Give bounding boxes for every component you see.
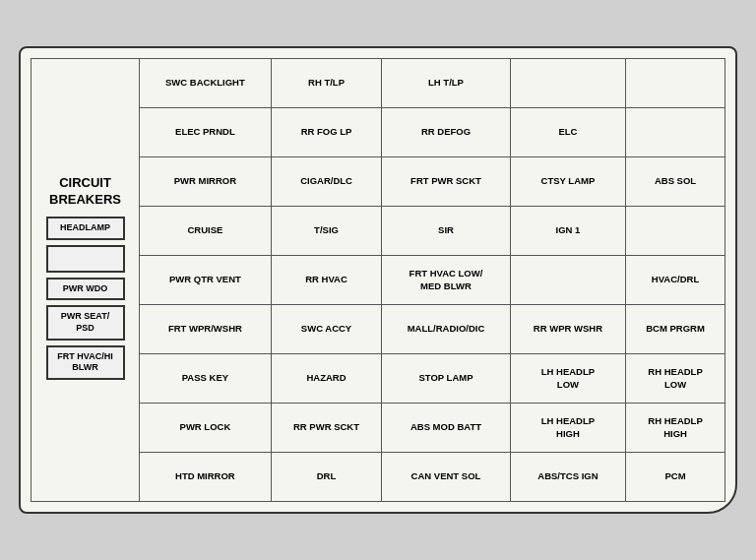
cell-cigar-dlc: CIGAR/DLC (271, 157, 381, 207)
cell-pcm: PCM (626, 453, 725, 502)
cell-pwr-lock: PWR LOCK (140, 404, 272, 453)
cell-pass-key: PASS KEY (140, 354, 272, 404)
fuse-box-pwr-wdo: PWR WDO (46, 278, 125, 301)
diagram-container: CIRCUIT BREAKERS HEADLAMP PWR WDO PWR SE… (19, 46, 737, 514)
cell-rr-fog-lp: RR FOG LP (271, 108, 381, 157)
cell-cruise: CRUISE (140, 207, 272, 256)
cell-abs-mod-batt: ABS MOD BATT (382, 404, 511, 453)
cell-empty-3 (626, 108, 725, 157)
cell-rh-headlp-high: RH HEADLPHIGH (626, 404, 725, 453)
cell-empty-5 (510, 256, 625, 305)
cell-frt-wpr-wshr: FRT WPR/WSHR (140, 305, 272, 354)
cell-rh-headlp-low: RH HEADLPLOW (626, 354, 725, 404)
cell-ign1: IGN 1 (510, 207, 625, 256)
circuit-breaker-table: CIRCUIT BREAKERS HEADLAMP PWR WDO PWR SE… (31, 58, 725, 502)
cell-drl: DRL (271, 453, 381, 502)
cell-hazard: HAZARD (271, 354, 381, 404)
cell-tsig: T/SIG (271, 207, 381, 256)
cell-lh-headlp-low: LH HEADLPLOW (510, 354, 625, 404)
cb-title: CIRCUIT BREAKERS (33, 175, 137, 209)
cell-can-vent-sol: CAN VENT SOL (382, 453, 511, 502)
cell-elc: ELC (510, 108, 625, 157)
cell-lh-tlp: LH T/LP (382, 59, 511, 108)
cell-lh-headlp-high: LH HEADLPHIGH (510, 404, 625, 453)
cell-mall-radio-dic: MALL/RADIO/DIC (382, 305, 511, 354)
cell-swc-accy: SWC ACCY (271, 305, 381, 354)
cell-abs-sol: ABS SOL (626, 157, 725, 207)
cell-frt-pwr-sckt: FRT PWR SCKT (382, 157, 511, 207)
cell-hvac-drl: HVAC/DRL (626, 256, 725, 305)
cell-bcm-prgrm: BCM PRGRM (626, 305, 725, 354)
cell-rh-tlp: RH T/LP (271, 59, 381, 108)
cell-rr-hvac: RR HVAC (271, 256, 381, 305)
cell-ctsy-lamp: CTSY LAMP (510, 157, 625, 207)
cell-rr-pwr-sckt: RR PWR SCKT (271, 404, 381, 453)
cell-swc-backlight: SWC BACKLIGHT (140, 59, 272, 108)
cell-htd-mirror: HTD MIRROR (140, 453, 272, 502)
cell-empty-2 (626, 59, 725, 108)
fuse-box-frt-hvac: FRT HVAC/HIBLWR (46, 345, 125, 380)
cell-pwr-qtr-vent: PWR QTR VENT (140, 256, 272, 305)
cell-frt-hvac-low: FRT HVAC LOW/MED BLWR (382, 256, 511, 305)
cell-abs-tcs-ign: ABS/TCS IGN (510, 453, 625, 502)
cell-elec-prndl: ELEC PRNDL (140, 108, 272, 157)
cell-rr-defog: RR DEFOG (382, 108, 511, 157)
circuit-breakers-header: CIRCUIT BREAKERS HEADLAMP PWR WDO PWR SE… (32, 59, 140, 502)
cell-empty-1 (510, 59, 625, 108)
cell-stop-lamp: STOP LAMP (382, 354, 511, 404)
fuse-box-pwr-seat: PWR SEAT/PSD (46, 305, 125, 340)
cell-empty-4 (626, 207, 725, 256)
cell-rr-wpr-wshr: RR WPR WSHR (510, 305, 625, 354)
fuse-box-headlamp: HEADLAMP (46, 217, 125, 240)
cell-pwr-mirror: PWR MIRROR (140, 157, 272, 207)
cell-sir: SIR (382, 207, 511, 256)
fuse-box-empty (46, 245, 125, 273)
